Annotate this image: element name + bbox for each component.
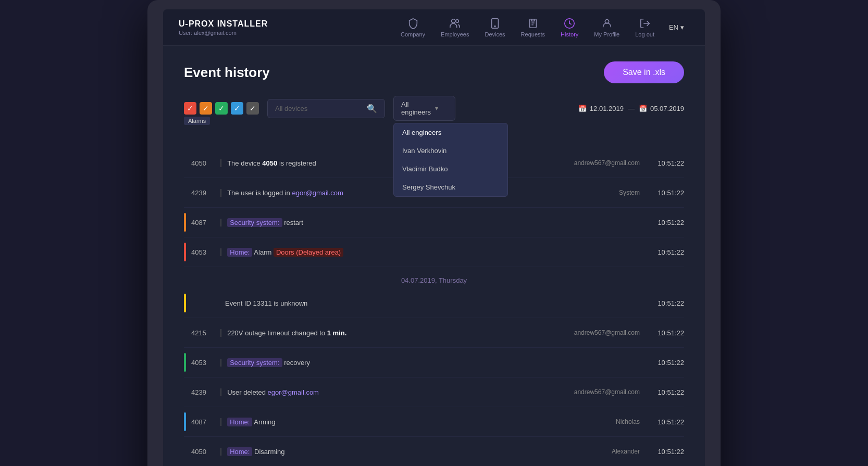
event-user: andrew567@gmail.com [546,388,640,396]
dropdown-item-vladimir[interactable]: Vladimir Budko [394,160,507,178]
search-input[interactable] [275,105,363,112]
filter-cb-orange[interactable]: ✓ [200,102,212,115]
event-message: Home: Disarming [227,448,541,456]
language-selector[interactable]: EN ▾ [664,19,689,35]
table-row: 4087 | Security system: restart 10:51:22 [184,208,684,237]
table-row: 4239 | User deleted egor@gmail.com andre… [184,377,684,407]
chevron-down-icon: ▾ [680,23,684,31]
shield-icon [407,18,419,29]
nav-item-requests[interactable]: Requests [515,14,551,42]
nav-label-employees: Employees [441,31,469,37]
event-id: 4050 [191,448,215,456]
table-row: 4050 | Home: Disarming Alexander 10:51:2… [184,437,684,466]
nav-label-my-profile: My Profile [594,31,619,37]
event-user: System [546,189,640,196]
event-separator: | [220,158,222,168]
nav-label-history: History [561,31,578,37]
svg-point-3 [494,26,495,27]
event-indicator [184,323,186,342]
logout-icon [639,18,651,29]
event-indicator [184,243,186,261]
event-user: Alexander [546,448,640,455]
dropdown-item-sergey[interactable]: Sergey Shevchuk [394,178,507,196]
event-separator: | [220,328,222,337]
event-message: Security system: recovery [227,359,541,367]
person-icon [601,18,613,29]
engineer-selected: All engineers [401,100,431,116]
brand-user: User: alex@gmail.com [179,30,268,36]
clipboard-icon [527,18,539,29]
calendar-icon-to: 📅 [639,105,647,112]
event-time: 10:51:22 [645,448,684,456]
people-icon [449,18,461,29]
nav-label-requests: Requests [521,31,545,37]
nav-label-devices: Devices [485,31,505,37]
event-separator: | [220,218,222,227]
filter-checkboxes: ✓ ✓ ✓ ✓ ✓ Alarms [184,102,259,115]
event-id: 4050 [191,159,215,167]
page-title: Event history [184,65,270,81]
main-content: Event history Save in .xls ✓ ✓ ✓ ✓ ✓ Ala… [163,46,705,466]
filter-cb-green[interactable]: ✓ [215,102,228,115]
event-time: 10:51:22 [645,299,684,307]
event-id: 4215 [191,329,215,337]
dropdown-item-ivan[interactable]: Ivan Verkhovin [394,142,507,160]
event-indicator [184,383,186,401]
chevron-down-icon: ▾ [435,105,448,112]
event-separator: | [220,188,222,197]
event-id: 4053 [191,248,215,256]
dropdown-item-all[interactable]: All engineers [394,123,507,142]
svg-point-0 [452,19,455,22]
event-user: andrew567@gmail.com [546,159,640,167]
nav-item-logout[interactable]: Log out [629,14,661,42]
nav-label-company: Company [401,31,425,37]
event-separator: | [220,417,222,426]
event-user: andrew567@gmail.com [546,329,640,336]
svg-rect-4 [529,19,536,28]
filters-row: ✓ ✓ ✓ ✓ ✓ Alarms 🔍 All engineers ▾ [184,96,684,121]
event-user: Nicholas [546,418,640,425]
device-icon [489,18,501,29]
table-row: Event ID 13311 is unknown 10:51:22 [184,288,684,318]
nav-items: Company Employees Devices [394,14,689,42]
table-row: 4053 | Security system: recovery 10:51:2… [184,348,684,377]
search-icon: 🔍 [367,104,377,114]
date-to-value: 05.07.2019 [650,105,684,112]
engineer-dropdown-wrapper: All engineers ▾ All engineers Ivan Verkh… [393,96,455,121]
event-time: 10:51:22 [645,159,684,167]
filter-cb-blue[interactable]: ✓ [231,102,243,115]
svg-point-1 [456,19,459,22]
date-to[interactable]: 📅 05.07.2019 [639,105,684,112]
brand: U-PROX INSTALLER User: alex@gmail.com [179,19,268,36]
event-message: Home: Arming [227,418,541,426]
nav-item-devices[interactable]: Devices [478,14,511,42]
nav-item-history[interactable]: History [554,14,585,42]
event-time: 10:51:22 [645,359,684,367]
event-indicator [184,442,186,461]
brand-name: U-PROX INSTALLER [179,19,268,29]
event-time: 10:51:22 [645,418,684,426]
event-time: 10:51:22 [645,248,684,256]
engineer-dropdown[interactable]: All engineers ▾ [393,96,455,121]
nav-label-logout: Log out [635,31,654,37]
navbar: U-PROX INSTALLER User: alex@gmail.com Co… [163,9,705,46]
event-indicator [184,412,186,431]
page-header: Event history Save in .xls [184,61,684,83]
event-id: 4239 [191,388,215,396]
table-row: 4215 | 220V outage timeout changed to 1 … [184,318,684,348]
date-from[interactable]: 📅 12.01.2019 [578,105,624,112]
event-time: 10:51:22 [645,189,684,197]
save-button[interactable]: Save in .xls [604,61,684,83]
event-indicator [184,353,186,372]
date-from-value: 12.01.2019 [590,105,624,112]
nav-item-my-profile[interactable]: My Profile [588,14,626,42]
event-separator: | [220,447,222,456]
date-separator: — [628,105,635,112]
calendar-icon-from: 📅 [578,105,587,112]
filter-cb-gray[interactable]: ✓ [246,102,259,115]
nav-item-employees[interactable]: Employees [435,14,475,42]
filter-cb-red[interactable]: ✓ [184,102,196,115]
event-message: 220V outage timeout changed to 1 min. [227,329,541,337]
nav-item-company[interactable]: Company [394,14,431,42]
device-search[interactable]: 🔍 [267,99,385,118]
